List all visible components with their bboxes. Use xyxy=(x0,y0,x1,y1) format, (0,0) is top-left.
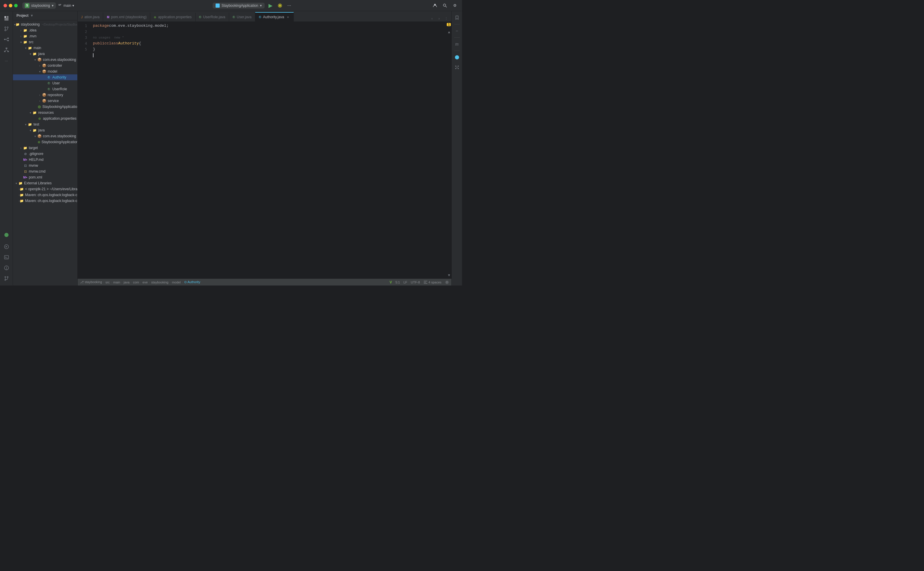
tree-item-app-props[interactable]: ⊛ application.properties xyxy=(13,116,77,122)
close-button[interactable] xyxy=(3,4,7,7)
tree-label-ext-libs: External Libraries xyxy=(24,181,51,185)
tree-item-java-test[interactable]: ▾ 📁 java xyxy=(13,127,77,133)
tab-application-properties[interactable]: ⊛ application.properties xyxy=(150,12,195,22)
tree-item-resources[interactable]: ▾ 📁 resources xyxy=(13,110,77,116)
tab-location-java[interactable]: J ation.java xyxy=(78,12,103,22)
terminal-button[interactable] xyxy=(2,253,11,262)
tab-authority-java[interactable]: © Authority.java ✕ xyxy=(255,12,294,22)
tree-item-mvnwcmd[interactable]: ⊡ mvnw.cmd xyxy=(13,168,77,174)
vcs-button[interactable] xyxy=(2,24,11,34)
tree-item-main[interactable]: ▾ 📁 main xyxy=(13,45,77,51)
project-selector[interactable]: S staybooking ▾ xyxy=(22,2,56,9)
svg-point-0 xyxy=(279,5,281,7)
tab-scroll-right[interactable]: › xyxy=(436,15,442,22)
tab-more-options[interactable]: ⋮ xyxy=(443,15,449,22)
svg-rect-19 xyxy=(7,51,9,52)
tree-item-logback-classic[interactable]: › 📁 Maven: ch.qos.logback:logback-classi… xyxy=(13,192,77,198)
kw-class: class xyxy=(107,40,118,46)
more-actions-button[interactable]: ⋯ xyxy=(286,2,293,9)
package-icon-test: 📦 xyxy=(37,134,42,139)
run-panel-button[interactable] xyxy=(2,242,11,252)
run-configuration[interactable]: StaybookingApplication ▾ xyxy=(213,3,265,9)
spring-button[interactable] xyxy=(2,230,11,240)
tree-item-userrole[interactable]: © UserRole xyxy=(13,86,77,92)
bookmark-button[interactable] xyxy=(453,14,461,22)
vcs-status[interactable]: V xyxy=(390,280,392,284)
tree-item-package-test[interactable]: ▾ 📦 com.eve.staybooking xyxy=(13,133,77,139)
encoding[interactable]: UTF-8 xyxy=(411,281,420,284)
tree-item-mvn[interactable]: › 📁 .mvn xyxy=(13,33,77,39)
blue-circle-button[interactable] xyxy=(453,53,461,62)
more-tools-button[interactable]: ··· xyxy=(2,56,11,65)
tab-userrole-java[interactable]: © UserRole.java xyxy=(196,12,229,22)
m-button[interactable]: m xyxy=(453,40,461,48)
scroll-up-btn[interactable]: ▲ xyxy=(447,30,451,34)
project-view-button[interactable] xyxy=(2,14,11,23)
git-panel-button[interactable] xyxy=(2,274,11,283)
tree-item-controller[interactable]: › 📦 controller xyxy=(13,63,77,68)
tree-item-helpmd[interactable]: M+ HELP.md xyxy=(13,157,77,163)
tree-item-logback-core[interactable]: › 📁 Maven: ch.qos.logback:logback-core:1… xyxy=(13,198,77,204)
account-button[interactable] xyxy=(432,2,438,9)
svg-rect-8 xyxy=(5,19,9,19)
tree-item-idea[interactable]: › 📁 .idea xyxy=(13,27,77,33)
code-editor[interactable]: package com.eve.staybooking.model; no us… xyxy=(89,22,447,278)
problems-button[interactable] xyxy=(2,263,11,273)
line-separator[interactable]: LF xyxy=(404,281,407,284)
tab-bar: J ation.java M pom.xml (staybooking) ⊛ a… xyxy=(78,11,451,22)
tree-item-service[interactable]: › 📦 service xyxy=(13,98,77,104)
code-line-2 xyxy=(93,29,443,35)
maximize-button[interactable] xyxy=(14,4,18,7)
tree-item-user[interactable]: © User xyxy=(13,80,77,86)
tree-item-java-main[interactable]: ▾ 📁 java xyxy=(13,51,77,57)
tree-arrow-resources: ▾ xyxy=(28,111,32,114)
tree-item-repository[interactable]: › 📦 repository xyxy=(13,92,77,98)
tree-item-ext-libs[interactable]: ▾ 📁 External Libraries xyxy=(13,180,77,186)
svg-rect-17 xyxy=(6,48,7,49)
line-numbers: 1 2 3 4 5 xyxy=(78,22,89,278)
ai-button[interactable] xyxy=(453,63,461,71)
folder-icon-src: 📁 xyxy=(23,40,28,45)
tree-label-java-main: java xyxy=(38,52,45,56)
tree-item-target[interactable]: › 📁 target xyxy=(13,145,77,151)
tab-scroll-left[interactable]: ‹ xyxy=(429,15,435,22)
structure-button[interactable] xyxy=(2,45,11,55)
tree-item-package[interactable]: ▾ 📦 com.eve.staybooking xyxy=(13,57,77,63)
scroll-down-btn[interactable]: ▼ xyxy=(447,273,451,277)
tree-item-test[interactable]: ▾ 📁 test xyxy=(13,122,77,127)
svg-point-28 xyxy=(5,276,6,278)
minimize-button[interactable] xyxy=(9,4,12,7)
tree-label-pomxml: pom.xml xyxy=(29,175,42,179)
refactor-button[interactable] xyxy=(2,35,11,44)
minus-button[interactable]: − xyxy=(453,27,461,35)
tree-item-staybooking-app[interactable]: ⊛ StaybookingApplication xyxy=(13,104,77,110)
tab-user-java[interactable]: © User.java xyxy=(229,12,255,22)
search-everywhere-button[interactable] xyxy=(441,2,449,9)
run-button[interactable]: ▶ xyxy=(267,2,274,9)
tree-item-pomxml[interactable]: M+ pom.xml xyxy=(13,174,77,180)
tree-item-model[interactable]: ▾ 📦 model xyxy=(13,68,77,74)
tree-item-app-tests[interactable]: ⊛ StaybookingApplicationTests xyxy=(13,139,77,145)
tree-item-gitignore[interactable]: ⊘ .gitignore xyxy=(13,151,77,157)
tree-item-src[interactable]: ▾ 📁 src xyxy=(13,39,77,45)
tree-item-jdk[interactable]: › 📁 < openjdk-21 > ~/Users/eve/Library/J… xyxy=(13,186,77,192)
project-header-dropdown[interactable]: ▾ xyxy=(31,14,32,18)
tab-pom-xml[interactable]: M pom.xml (staybooking) xyxy=(103,12,150,22)
left-icon-bar: ··· xyxy=(0,11,13,286)
tree-label-target: target xyxy=(29,146,38,150)
debug-button[interactable] xyxy=(276,2,284,9)
tree-item-root[interactable]: ▾ 📁 staybooking ~/Desktop/Projects/StayB… xyxy=(13,22,77,27)
tree-item-authority[interactable]: © Authority xyxy=(13,74,77,80)
tree-item-mvnw[interactable]: ⊡ mvnw xyxy=(13,163,77,168)
settings-status[interactable] xyxy=(445,280,449,284)
branch-selector[interactable]: main ▾ xyxy=(58,3,74,8)
indent-settings[interactable]: 4 spaces xyxy=(423,280,441,284)
tree-label-mvnwcmd: mvnw.cmd xyxy=(29,169,46,173)
cursor-position[interactable]: 5:1 xyxy=(395,281,400,284)
svg-line-21 xyxy=(5,50,6,51)
tree-label-jdk: < openjdk-21 > ~/Users/eve/Library/Java/… xyxy=(25,187,77,191)
tab-close-authority[interactable]: ✕ xyxy=(286,15,290,19)
tree-arrow-target: › xyxy=(19,147,23,150)
kw-package: package xyxy=(93,23,109,29)
settings-button[interactable]: ⚙ xyxy=(451,2,458,9)
